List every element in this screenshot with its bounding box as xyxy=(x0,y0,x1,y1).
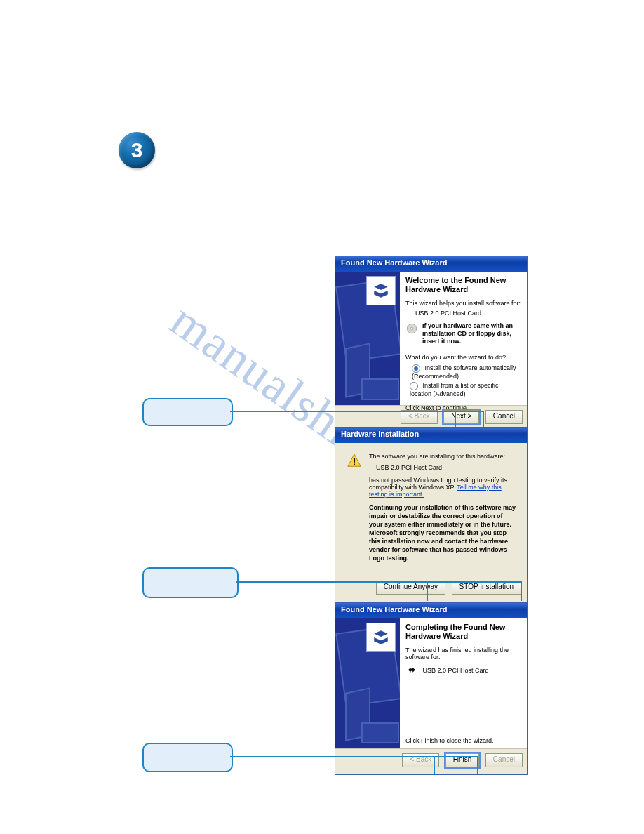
wizard-side-graphic xyxy=(335,618,400,748)
warning-icon xyxy=(347,453,362,468)
dialog3-titlebar: Found New Hardware Wizard xyxy=(335,603,527,618)
cancel-button[interactable]: Cancel xyxy=(485,753,523,767)
dialog1-opt1: Install the software automatically (Reco… xyxy=(412,364,516,380)
usb-icon: ⬌ xyxy=(408,665,421,675)
dialog1-heading: Welcome to the Found New Hardware Wizard xyxy=(405,276,521,294)
callout-hook-2 xyxy=(427,581,522,601)
dialog1-question: What do you want the wizard to do? xyxy=(405,354,521,361)
dialog2-device: USB 2.0 PCI Host Card xyxy=(376,464,516,471)
wizard-side-graphic xyxy=(335,272,400,405)
dialog2-titlebar: Hardware Installation xyxy=(335,428,527,443)
hardware-install-dialog: Hardware Installation The software you a… xyxy=(335,427,528,604)
wizard-dialog-welcome: Found New Hardware Wizard Welcome to the… xyxy=(335,256,528,432)
dialog1-intro: This wizard helps you install software f… xyxy=(405,300,521,307)
dialog1-cd-note: If your hardware came with an installati… xyxy=(422,322,521,345)
callout-line-1 xyxy=(230,411,455,412)
dialog1-device: USB 2.0 PCI Host Card xyxy=(415,310,521,317)
cd-icon xyxy=(405,322,418,335)
dialog3-footer: Click Finish to close the wizard. xyxy=(405,737,494,744)
radio-icon xyxy=(410,382,418,390)
dialog3-intro: The wizard has finished installing the s… xyxy=(405,647,521,661)
callout-box-3 xyxy=(142,743,233,772)
hw-glyph-icon xyxy=(366,276,396,305)
hw-glyph-icon xyxy=(366,623,396,652)
dialog2-warn: Continuing your installation of this sof… xyxy=(369,503,516,562)
callout-line-3 xyxy=(230,756,434,757)
cancel-button[interactable]: Cancel xyxy=(485,410,523,424)
callout-box-2 xyxy=(142,567,239,598)
callout-box-1 xyxy=(142,398,233,426)
radio-option-list[interactable]: Install from a list or specific location… xyxy=(410,382,521,397)
dialog1-opt2: Install from a list or specific location… xyxy=(410,382,499,397)
dialog3-heading: Completing the Found New Hardware Wizard xyxy=(405,623,521,641)
svg-rect-2 xyxy=(354,458,355,462)
svg-rect-3 xyxy=(354,464,355,465)
dialog2-line1: The software you are installing for this… xyxy=(369,453,516,460)
dialog3-device: USB 2.0 PCI Host Card xyxy=(423,667,489,674)
radio-option-auto[interactable]: Install the software automatically (Reco… xyxy=(410,364,521,380)
wizard-dialog-complete: Found New Hardware Wizard Completing the… xyxy=(335,602,528,775)
step-badge: 3 xyxy=(119,132,155,168)
svg-point-1 xyxy=(410,327,413,330)
back-button[interactable]: < Back xyxy=(401,410,438,424)
radio-icon xyxy=(412,364,420,373)
callout-hook-3 xyxy=(434,756,478,774)
dialog1-titlebar: Found New Hardware Wizard xyxy=(335,256,527,272)
callout-line-2 xyxy=(236,581,427,583)
